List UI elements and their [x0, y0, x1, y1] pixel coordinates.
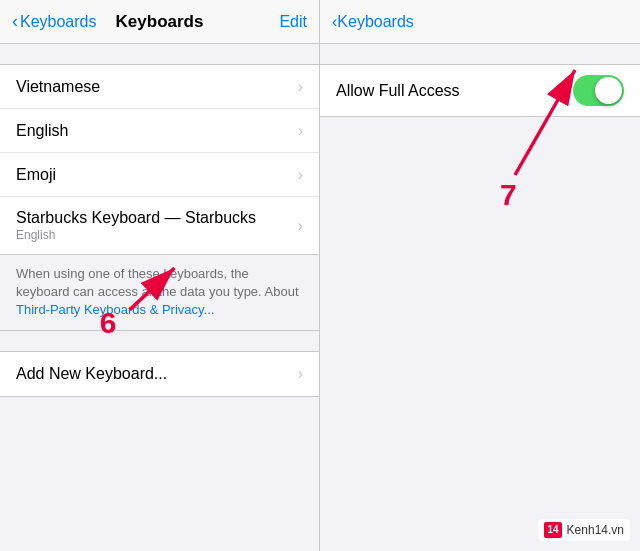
chevron-left-icon: ‹: [12, 11, 18, 32]
english-item[interactable]: English ›: [0, 109, 319, 153]
allow-full-access-toggle[interactable]: [573, 75, 624, 106]
right-back-button[interactable]: ‹ Keyboards: [332, 13, 414, 31]
watermark-text: Kenh14.vn: [567, 523, 624, 537]
toggle-knob: [595, 77, 622, 104]
chevron-right-icon: ›: [298, 122, 303, 140]
left-panel: ‹ Keyboards Keyboards Edit Vietnamese › …: [0, 0, 320, 551]
watermark-badge: 14: [544, 522, 561, 538]
settings-section: Allow Full Access: [320, 64, 640, 117]
emoji-item[interactable]: Emoji ›: [0, 153, 319, 197]
watermark: 14 Kenh14.vn: [538, 519, 630, 541]
add-keyboard-label: Add New Keyboard...: [16, 365, 167, 383]
english-label: English: [16, 122, 68, 140]
chevron-right-icon: ›: [298, 166, 303, 184]
edit-button[interactable]: Edit: [279, 13, 307, 31]
right-back-label: Keyboards: [337, 13, 414, 31]
left-back-button[interactable]: ‹ Keyboards: [12, 11, 97, 32]
starbucks-item[interactable]: Starbucks Keyboard — Starbucks English ›: [0, 197, 319, 254]
left-nav-bar: ‹ Keyboards Keyboards Edit: [0, 0, 319, 44]
starbucks-content: Starbucks Keyboard — Starbucks English: [16, 209, 256, 242]
emoji-label: Emoji: [16, 166, 56, 184]
vietnamese-label: Vietnamese: [16, 78, 100, 96]
chevron-right-icon: ›: [298, 217, 303, 235]
starbucks-label: Starbucks Keyboard — Starbucks: [16, 209, 256, 227]
add-keyboard-section: Add New Keyboard... ›: [0, 351, 319, 397]
right-panel: ‹ Keyboards Allow Full Access 7 14 Kenh1…: [320, 0, 640, 551]
info-section: When using one of these keyboards, the k…: [0, 255, 319, 331]
vietnamese-item[interactable]: Vietnamese ›: [0, 65, 319, 109]
chevron-right-icon: ›: [298, 78, 303, 96]
info-link[interactable]: Third-Party Keyboards & Privacy...: [16, 302, 214, 317]
allow-full-access-row: Allow Full Access: [320, 65, 640, 116]
allow-full-access-label: Allow Full Access: [336, 82, 460, 100]
chevron-right-icon: ›: [298, 365, 303, 383]
keyboards-list: Vietnamese › English › Emoji › Starbucks…: [0, 64, 319, 255]
svg-text:7: 7: [500, 178, 517, 211]
info-text: When using one of these keyboards, the k…: [16, 265, 303, 320]
left-nav-title: Keyboards: [116, 12, 204, 32]
add-keyboard-item[interactable]: Add New Keyboard... ›: [0, 352, 319, 396]
starbucks-subtitle: English: [16, 228, 256, 242]
right-nav-bar: ‹ Keyboards: [320, 0, 640, 44]
left-back-label: Keyboards: [20, 13, 97, 31]
